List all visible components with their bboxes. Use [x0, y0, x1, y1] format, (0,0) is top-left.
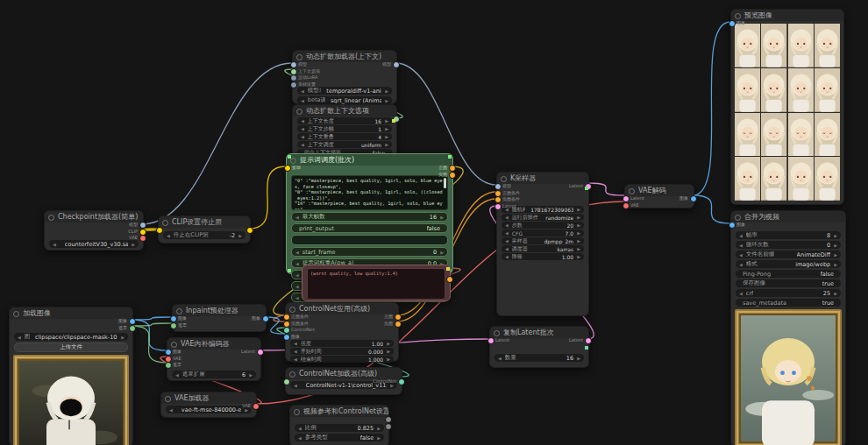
number-widget[interactable]: ◀结束时间1.000▶	[290, 356, 394, 363]
combo-widget[interactable]: ◀文件名前缀AnimateDiff▶	[736, 251, 841, 258]
decrement-arrow-icon[interactable]: ◀	[295, 272, 299, 278]
combo-widget[interactable]: ◀vae-ft-mse-840000-ema-pruned.vae.safete…	[166, 406, 252, 413]
input-slot[interactable]	[165, 362, 172, 369]
decrement-arrow-icon[interactable]: ◀	[298, 435, 302, 441]
output-slot[interactable]	[139, 235, 146, 242]
increment-arrow-icon[interactable]: ▶	[385, 88, 388, 94]
node-titlebar[interactable]: 视频参考和ControlNet设置	[290, 406, 388, 417]
decrement-arrow-icon[interactable]: ◀	[301, 142, 304, 147]
decrement-arrow-icon[interactable]: ◀	[169, 407, 173, 413]
increment-arrow-icon[interactable]: ▶	[577, 215, 580, 220]
increment-arrow-icon[interactable]: ▶	[238, 233, 242, 238]
input-slot[interactable]	[283, 314, 290, 321]
decrement-arrow-icon[interactable]: ◀	[505, 254, 509, 259]
increment-arrow-icon[interactable]: ▶	[385, 126, 388, 131]
input-slot[interactable]	[283, 378, 290, 385]
prompt-textarea[interactable]: "0" :"masterpiece, best quality, 1girl, …	[291, 175, 448, 210]
decrement-arrow-icon[interactable]: ◀	[301, 126, 304, 131]
increment-arrow-icon[interactable]: ▶	[577, 356, 580, 361]
combo-widget[interactable]: ◀参考类型false▶	[295, 434, 384, 441]
decrement-arrow-icon[interactable]: ◀	[175, 372, 179, 378]
node-titlebar[interactable]: 预览图像	[731, 10, 843, 21]
combo-widget[interactable]: ◀上下文调度uniform▶	[297, 141, 392, 148]
increment-arrow-icon[interactable]: ▶	[577, 254, 580, 259]
text-widget[interactable]	[291, 235, 448, 245]
increment-arrow-icon[interactable]: ▶	[387, 357, 390, 362]
node-titlebar[interactable]: 加载图像	[10, 307, 132, 319]
input-slot[interactable]	[494, 196, 502, 203]
collapse-icon[interactable]	[289, 371, 295, 378]
toggle-widget[interactable]: save_metadatatrue	[736, 299, 841, 307]
collapse-icon[interactable]	[289, 307, 295, 313]
input-slot[interactable]	[494, 203, 502, 210]
node-ksampler[interactable]: K采样器◀随机种178167230906374▶◀运行后操作randomize▶…	[496, 172, 589, 316]
decrement-arrow-icon[interactable]: ◀	[298, 426, 302, 431]
toggle-widget[interactable]: Ping-Pongfalse	[736, 270, 841, 278]
increment-arrow-icon[interactable]: ▶	[577, 246, 580, 251]
output-slot[interactable]	[253, 403, 260, 410]
decrement-arrow-icon[interactable]: ◀	[167, 233, 170, 238]
node-titlebar[interactable]: 合并为视频	[731, 211, 845, 222]
node-titlebar[interactable]: 动态扩散上下文选项	[293, 105, 396, 117]
decrement-arrow-icon[interactable]: ◀	[301, 118, 304, 124]
combo-widget[interactable]: ◀模型名称temporaldiff-v1-animatediff.ckpt▶	[297, 87, 392, 95]
output-slot[interactable]	[395, 321, 402, 328]
decrement-arrow-icon[interactable]: ◀	[294, 383, 297, 388]
increment-arrow-icon[interactable]: ▶	[121, 335, 125, 340]
input-slot[interactable]	[623, 195, 630, 202]
node-checkpoint-loader[interactable]: Checkpoint加载器(简单)◀counterfeitV30_v30.saf…	[44, 210, 144, 251]
combo-widget[interactable]: ◀beta调度sqrt_linear (AnimateDiff)▶	[297, 96, 392, 104]
node-titlebar[interactable]: 动态扩散加载器(上下文)	[293, 51, 396, 62]
increment-arrow-icon[interactable]: ▶	[577, 207, 580, 212]
output-slot[interactable]	[398, 378, 405, 385]
collapse-icon[interactable]	[165, 396, 171, 402]
decrement-arrow-icon[interactable]: ◀	[295, 295, 299, 300]
node-titlebar[interactable]: CLIP设置停止层	[159, 216, 250, 228]
number-widget[interactable]: ◀上下文重叠4▶	[297, 133, 392, 140]
input-slot[interactable]	[729, 222, 736, 229]
decrement-arrow-icon[interactable]: ◀	[739, 243, 743, 248]
input-slot[interactable]	[494, 183, 502, 190]
node-inpaint-preprocessor[interactable]: Inpaint预处理器图像遮罩图像	[172, 304, 267, 332]
decrement-arrow-icon[interactable]: ◀	[505, 238, 509, 244]
number-widget[interactable]: ◀CFG7.0▶	[502, 230, 584, 237]
increment-arrow-icon[interactable]: ▶	[385, 134, 388, 139]
decrement-arrow-icon[interactable]: ◀	[301, 134, 304, 139]
output-slot[interactable]	[585, 337, 592, 344]
decrement-arrow-icon[interactable]: ◀	[295, 261, 299, 266]
increment-arrow-icon[interactable]: ▶	[834, 252, 837, 258]
combo-widget[interactable]: ◀最大帧数16▶	[291, 212, 448, 222]
increment-arrow-icon[interactable]: ▶	[385, 118, 388, 124]
decrement-arrow-icon[interactable]: ◀	[505, 230, 509, 236]
input-slot[interactable]	[156, 227, 163, 234]
increment-arrow-icon[interactable]: ▶	[249, 372, 253, 378]
input-slot[interactable]	[283, 334, 290, 341]
input-slot[interactable]	[165, 349, 172, 356]
output-slot[interactable]	[385, 416, 392, 423]
node-clip-set-last-layer[interactable]: CLIP设置停止层◀停止在CLIP层-2▶	[158, 215, 251, 244]
node-animatediff-loader[interactable]: 动态扩散加载器(上下文)◀模型名称temporaldiff-v1-animate…	[292, 50, 397, 104]
input-slot[interactable]	[290, 81, 297, 88]
button-widget[interactable]: 上传文件	[14, 343, 128, 352]
node-repeat-latent[interactable]: 复制Latent批次◀数量16▶LatentLatent	[489, 326, 589, 368]
decrement-arrow-icon[interactable]: ◀	[739, 252, 743, 258]
increment-arrow-icon[interactable]: ▶	[377, 426, 381, 431]
decrement-arrow-icon[interactable]: ◀	[295, 284, 299, 289]
output-slot[interactable]	[385, 423, 392, 430]
number-widget[interactable]: ◀比例0.825▶	[295, 424, 384, 432]
output-slot[interactable]	[690, 195, 697, 202]
increment-arrow-icon[interactable]: ▶	[834, 233, 837, 238]
output-slot[interactable]	[393, 61, 400, 68]
combo-widget[interactable]: ◀counterfeitV30_v30.safetensors▶	[49, 240, 139, 248]
combo-widget[interactable]: ◀调度器karras▶	[502, 245, 584, 252]
collapse-icon[interactable]	[735, 215, 741, 221]
collapse-icon[interactable]	[176, 308, 182, 314]
node-titlebar[interactable]: 提示词调度(批次)	[287, 154, 452, 166]
collapse-icon[interactable]	[296, 109, 302, 115]
number-widget[interactable]: ◀数量16▶	[494, 354, 584, 362]
number-widget[interactable]: ◀start_frame0▶	[291, 247, 448, 257]
collapse-icon[interactable]	[501, 176, 507, 182]
decrement-arrow-icon[interactable]: ◀	[294, 357, 297, 362]
collapse-icon[interactable]	[171, 342, 177, 348]
node-preview-image[interactable]: 预览图像	[730, 9, 844, 205]
